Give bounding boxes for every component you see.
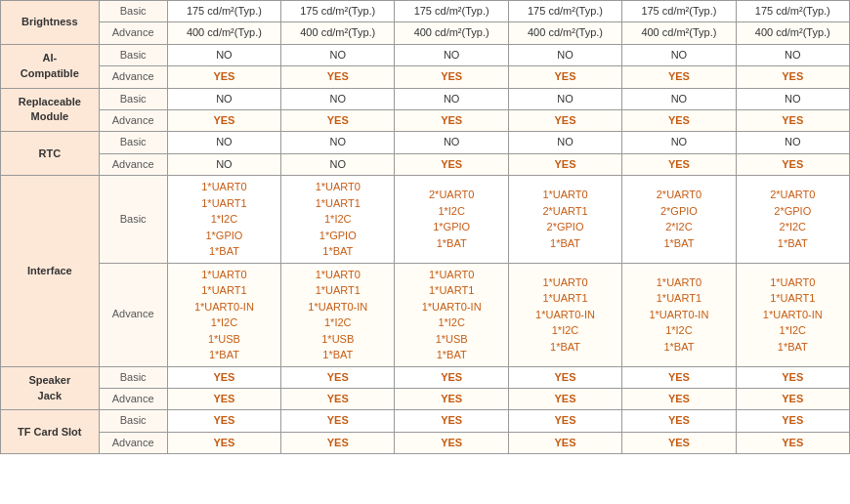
brightness-advance-row: Advance 400 cd/m²(Typ.) 400 cd/m²(Typ.) …	[1, 22, 850, 44]
rep-basic-c1: NO	[167, 88, 280, 109]
brightness-basic-c5: 175 cd/m²(Typ.)	[622, 1, 736, 22]
rtc-advance-c5: YES	[622, 153, 736, 175]
ai-advance-c2: YES	[281, 66, 395, 88]
iface-advance-c2: 1*UART01*UART11*UART0-IN1*I2C1*USB1*BAT	[281, 263, 395, 366]
spk-advance-c4: YES	[508, 389, 621, 410]
rep-advance-c5: YES	[622, 109, 736, 131]
tf-advance-c4: YES	[508, 432, 621, 453]
brightness-basic-c6: 175 cd/m²(Typ.)	[736, 1, 849, 22]
tf-basic-c2: YES	[281, 410, 395, 432]
interface-basic-sub: Basic	[99, 176, 167, 264]
tf-advance-c3: YES	[395, 432, 508, 453]
tf-basic-c1: YES	[167, 410, 280, 432]
brightness-label: Brightness	[1, 1, 100, 45]
brightness-basic-c2: 175 cd/m²(Typ.)	[281, 1, 395, 22]
speaker-advance-sub: Advance	[99, 389, 167, 410]
spk-basic-c4: YES	[508, 366, 621, 388]
ai-advance-sub: Advance	[99, 66, 167, 88]
brightness-basic-c4: 175 cd/m²(Typ.)	[508, 1, 621, 22]
iface-advance-c4: 1*UART01*UART11*UART0-IN1*I2C1*BAT	[508, 263, 621, 366]
rtc-basic-c4: NO	[508, 132, 621, 153]
brightness-basic-sub: Basic	[99, 1, 167, 22]
ai-basic-c2: NO	[281, 44, 395, 65]
brightness-basic-c3: 175 cd/m²(Typ.)	[395, 1, 508, 22]
brightness-basic-row: Brightness Basic 175 cd/m²(Typ.) 175 cd/…	[1, 1, 850, 22]
speaker-basic-row: SpeakerJack Basic YES YES YES YES YES YE…	[1, 366, 850, 388]
interface-label: Interface	[1, 176, 100, 367]
iface-basic-c3: 2*UART01*I2C1*GPIO1*BAT	[395, 176, 508, 264]
interface-advance-row: Advance 1*UART01*UART11*UART0-IN1*I2C1*U…	[1, 263, 850, 366]
iface-basic-c5: 2*UART02*GPIO2*I2C1*BAT	[622, 176, 736, 264]
iface-advance-c5: 1*UART01*UART11*UART0-IN1*I2C1*BAT	[622, 263, 736, 366]
rep-basic-c6: NO	[736, 88, 849, 109]
rep-advance-c2: YES	[281, 109, 395, 131]
tf-advance-c5: YES	[622, 432, 736, 453]
rtc-advance-c1: NO	[167, 153, 280, 175]
ai-advance-c4: YES	[508, 66, 621, 88]
tf-advance-sub: Advance	[99, 432, 167, 453]
iface-advance-c6: 1*UART01*UART11*UART0-IN1*I2C1*BAT	[736, 263, 849, 366]
tf-basic-row: TF Card Slot Basic YES YES YES YES YES Y…	[1, 410, 850, 432]
speaker-basic-sub: Basic	[99, 366, 167, 388]
tf-advance-c2: YES	[281, 432, 395, 453]
replaceable-basic-sub: Basic	[99, 88, 167, 109]
rep-basic-c4: NO	[508, 88, 621, 109]
brightness-advance-c4: 400 cd/m²(Typ.)	[508, 22, 621, 44]
replaceable-basic-row: ReplaceableModule Basic NO NO NO NO NO N…	[1, 88, 850, 109]
ai-basic-c4: NO	[508, 44, 621, 65]
rtc-basic-sub: Basic	[99, 132, 167, 153]
ai-basic-sub: Basic	[99, 44, 167, 65]
brightness-advance-c1: 400 cd/m²(Typ.)	[167, 22, 280, 44]
ai-compatible-label: AI-Compatible	[1, 44, 100, 88]
rep-advance-c1: YES	[167, 109, 280, 131]
iface-basic-c6: 2*UART02*GPIO2*I2C1*BAT	[736, 176, 849, 264]
spk-advance-c6: YES	[736, 389, 849, 410]
spk-advance-c2: YES	[281, 389, 395, 410]
rtc-basic-row: RTC Basic NO NO NO NO NO NO	[1, 132, 850, 153]
speaker-label: SpeakerJack	[1, 366, 100, 410]
rep-advance-c4: YES	[508, 109, 621, 131]
spk-advance-c5: YES	[622, 389, 736, 410]
rtc-advance-row: Advance NO NO YES YES YES YES	[1, 153, 850, 175]
rep-advance-c3: YES	[395, 109, 508, 131]
replaceable-advance-sub: Advance	[99, 109, 167, 131]
tf-basic-c4: YES	[508, 410, 621, 432]
spk-basic-c2: YES	[281, 366, 395, 388]
spk-basic-c1: YES	[167, 366, 280, 388]
ai-compatible-basic-row: AI-Compatible Basic NO NO NO NO NO NO	[1, 44, 850, 65]
tf-basic-c3: YES	[395, 410, 508, 432]
brightness-advance-sub: Advance	[99, 22, 167, 44]
ai-basic-c5: NO	[622, 44, 736, 65]
tf-advance-row: Advance YES YES YES YES YES YES	[1, 432, 850, 453]
rep-basic-c3: NO	[395, 88, 508, 109]
ai-advance-c5: YES	[622, 66, 736, 88]
interface-advance-sub: Advance	[99, 263, 167, 366]
ai-compatible-advance-row: Advance YES YES YES YES YES YES	[1, 66, 850, 88]
spk-advance-c3: YES	[395, 389, 508, 410]
tf-basic-c6: YES	[736, 410, 849, 432]
rtc-advance-c2: NO	[281, 153, 395, 175]
rtc-basic-c5: NO	[622, 132, 736, 153]
spk-basic-c6: YES	[736, 366, 849, 388]
brightness-advance-c3: 400 cd/m²(Typ.)	[395, 22, 508, 44]
tf-basic-sub: Basic	[99, 410, 167, 432]
brightness-advance-c6: 400 cd/m²(Typ.)	[736, 22, 849, 44]
iface-advance-c3: 1*UART01*UART11*UART0-IN1*I2C1*USB1*BAT	[395, 263, 508, 366]
brightness-basic-c1: 175 cd/m²(Typ.)	[167, 1, 280, 22]
ai-basic-c1: NO	[167, 44, 280, 65]
rep-basic-c5: NO	[622, 88, 736, 109]
rtc-basic-c3: NO	[395, 132, 508, 153]
replaceable-advance-row: Advance YES YES YES YES YES YES	[1, 109, 850, 131]
rtc-basic-c2: NO	[281, 132, 395, 153]
rtc-advance-sub: Advance	[99, 153, 167, 175]
iface-basic-c4: 1*UART02*UART12*GPIO1*BAT	[508, 176, 621, 264]
tf-advance-c6: YES	[736, 432, 849, 453]
tf-card-label: TF Card Slot	[1, 410, 100, 454]
rtc-advance-c6: YES	[736, 153, 849, 175]
rep-basic-c2: NO	[281, 88, 395, 109]
rtc-basic-c6: NO	[736, 132, 849, 153]
ai-advance-c3: YES	[395, 66, 508, 88]
spk-advance-c1: YES	[167, 389, 280, 410]
iface-advance-c1: 1*UART01*UART11*UART0-IN1*I2C1*USB1*BAT	[167, 263, 280, 366]
ai-basic-c3: NO	[395, 44, 508, 65]
